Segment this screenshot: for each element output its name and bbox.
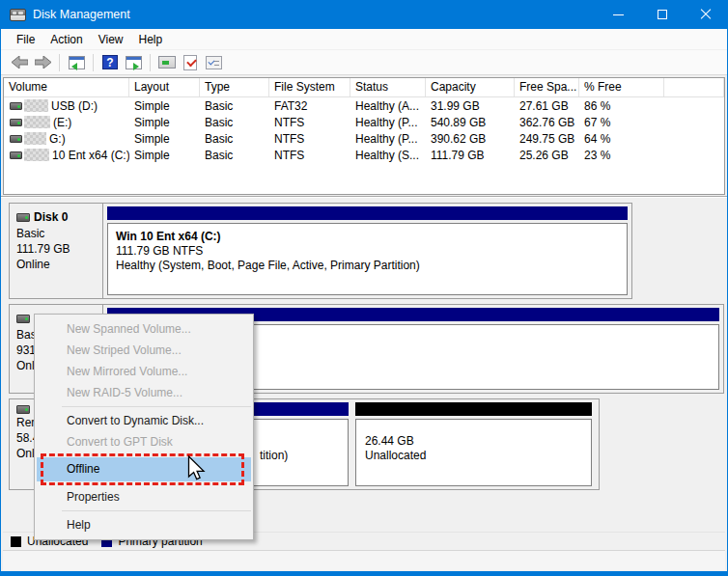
column-header-layout[interactable]: Layout: [129, 78, 200, 96]
table-row[interactable]: USB (D:) Simple Basic FAT32 Healthy (A..…: [4, 97, 724, 114]
partition-status: Healthy (System, Boot, Page File, Active…: [116, 259, 627, 273]
menu-separator: [62, 406, 251, 407]
table-row[interactable]: (E:) Simple Basic NTFS Healthy (P... 540…: [4, 114, 724, 130]
capacity-cell: 31.99 GB: [426, 99, 515, 113]
menu-action[interactable]: Action: [42, 29, 90, 50]
pct-free-cell: 23 %: [579, 149, 664, 162]
column-header-free-space[interactable]: Free Spa...: [515, 78, 579, 96]
column-header-file-system[interactable]: File System: [269, 78, 350, 96]
toolbar-separator: [150, 54, 151, 71]
menu-separator: [62, 510, 251, 511]
column-header-type[interactable]: Type: [200, 78, 269, 96]
disk-management-window: Disk Management File Action View Help ?: [0, 0, 728, 576]
type-cell: Basic: [200, 116, 269, 129]
file-system-cell: NTFS: [269, 149, 350, 162]
primary-partition-bar: [107, 206, 628, 220]
menu-item-new-raid5-volume: New RAID-5 Volume...: [35, 382, 253, 403]
minimize-button[interactable]: [597, 0, 640, 29]
menu-file[interactable]: File: [9, 29, 42, 50]
menu-item-help[interactable]: Help: [35, 514, 253, 535]
unallocated-swatch: [11, 536, 21, 547]
partition-detail: 111.79 GB NTFS: [116, 244, 627, 259]
disk-kind: Basic: [16, 226, 102, 241]
menu-help[interactable]: Help: [131, 29, 171, 50]
volume-disk-icon: [10, 135, 22, 143]
show-console-tree-button[interactable]: [65, 52, 88, 73]
show-action-pane-button[interactable]: [122, 52, 145, 73]
menu-item-offline[interactable]: Offline: [37, 457, 251, 481]
redacted-label: [24, 116, 50, 128]
disk-icon: [16, 405, 30, 414]
menu-item-convert-to-dynamic-disk[interactable]: Convert to Dynamic Disk...: [35, 410, 253, 431]
forward-arrow-icon: [35, 56, 51, 69]
partition-status-fragment: tition): [260, 449, 288, 462]
disk-drive-app-icon: [10, 9, 26, 21]
help-button[interactable]: ?: [98, 52, 122, 73]
table-row[interactable]: G:) Simple Basic NTFS Healthy (P... 390.…: [4, 130, 724, 147]
redacted-label: [24, 149, 49, 161]
status-cell: Healthy (A...: [350, 99, 426, 113]
volume-name-cell: (E:): [4, 116, 129, 129]
views-button[interactable]: [155, 52, 179, 73]
disk-context-menu: New Spanned Volume... New Striped Volume…: [34, 314, 254, 540]
console-tree-icon: [69, 56, 85, 69]
back-button[interactable]: [8, 52, 31, 73]
partition-c[interactable]: Win 10 Ent x64 (C:) 111.79 GB NTFS Healt…: [107, 206, 628, 295]
help-icon: ?: [102, 55, 118, 69]
column-header-volume[interactable]: Volume: [4, 78, 129, 96]
disk-icon: [16, 213, 30, 222]
redacted-label: [24, 132, 46, 145]
unallocated-label: Unallocated: [365, 449, 591, 463]
partition-title: Win 10 Ent x64 (C:): [116, 230, 627, 244]
type-cell: Basic: [200, 132, 269, 146]
maximize-button[interactable]: [640, 0, 684, 29]
unallocated-bar: [355, 402, 592, 416]
disk-state: Online: [16, 257, 102, 272]
menu-item-properties[interactable]: Properties: [35, 486, 253, 507]
offline-label: Offline: [67, 462, 99, 476]
forward-button[interactable]: [31, 52, 54, 73]
free-space-cell: 25.26 GB: [515, 149, 579, 162]
toolbar-separator: [93, 54, 94, 71]
capacity-cell: 111.79 GB: [426, 149, 515, 162]
properties-button[interactable]: [202, 52, 225, 73]
pane-divider[interactable]: [1, 196, 727, 198]
views-icon: [158, 56, 176, 69]
capacity-cell: 540.89 GB: [426, 116, 515, 129]
column-header-status[interactable]: Status: [350, 78, 426, 96]
table-row[interactable]: 10 Ent x64 (C:) Simple Basic NTFS Health…: [4, 147, 724, 163]
layout-cell: Simple: [129, 116, 200, 129]
volume-disk-icon: [10, 151, 22, 159]
column-header-pct-free[interactable]: % Free: [579, 78, 664, 96]
close-button[interactable]: [684, 0, 727, 29]
unallocated-partition[interactable]: 26.44 GB Unallocated: [355, 402, 592, 486]
maximize-icon: [658, 10, 667, 19]
column-header-capacity[interactable]: Capacity: [426, 78, 515, 96]
redacted-label: [24, 99, 48, 112]
red-check-document-icon: [183, 55, 197, 70]
unallocated-size: 26.44 GB: [365, 434, 591, 449]
free-space-cell: 249.75 GB: [515, 132, 579, 146]
file-system-cell: NTFS: [269, 132, 350, 146]
check-status-button[interactable]: [179, 52, 202, 73]
file-system-cell: FAT32: [269, 99, 350, 113]
toolbar: ?: [1, 50, 727, 75]
type-cell: Basic: [200, 149, 269, 162]
menu-item-convert-to-gpt-disk: Convert to GPT Disk: [35, 431, 253, 453]
toolbar-separator: [59, 54, 60, 71]
checklist-icon: [206, 56, 222, 69]
status-cell: Healthy (P...: [350, 132, 426, 146]
volume-disk-icon: [10, 119, 22, 126]
type-cell: Basic: [200, 99, 269, 113]
pct-free-cell: 67 %: [579, 116, 664, 129]
disk-0-label[interactable]: Disk 0 Basic 111.79 GB Online: [10, 204, 103, 298]
menu-item-new-spanned-volume: New Spanned Volume...: [35, 318, 253, 340]
action-pane-icon: [126, 56, 142, 69]
status-cell: Healthy (P...: [350, 116, 426, 129]
mouse-cursor: [187, 455, 206, 481]
volume-name-cell: USB (D:): [4, 99, 129, 113]
disk-name: Disk 0: [34, 209, 68, 225]
menu-view[interactable]: View: [91, 29, 131, 50]
layout-cell: Simple: [129, 132, 200, 146]
volume-list: Volume Layout Type File System Status Ca…: [3, 77, 725, 195]
